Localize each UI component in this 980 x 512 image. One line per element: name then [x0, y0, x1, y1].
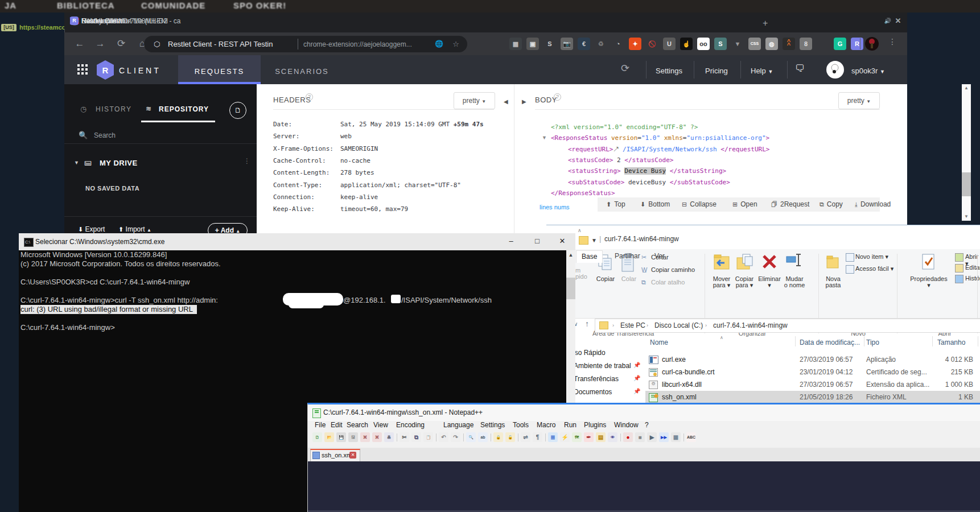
recycle-extension-icon[interactable]: ♻ [595, 38, 607, 50]
file-row-ssh-on-xml[interactable]: ssh_on.xml21/05/2019 18:26Ficheiro XML1 … [645, 391, 980, 403]
column-divider[interactable] [864, 336, 864, 346]
footer-copy-button[interactable]: ⧉Copy [820, 200, 843, 208]
cmd-title-bar[interactable]: C:\ Selecionar C:\Windows\system32\cmd.e… [19, 233, 575, 250]
oo-extension-icon[interactable]: oo [697, 38, 710, 50]
shield-ud-extension-icon[interactable]: U [663, 38, 676, 50]
menu-Plugins[interactable]: Plugins [584, 421, 606, 429]
ribbon-delete-button[interactable]: Eliminar▾ [757, 252, 782, 287]
column-divider[interactable] [978, 336, 978, 346]
reload-icon[interactable]: ⟳ [114, 37, 128, 51]
notepad-toolbar-icon-0[interactable]: 🗋 [312, 432, 322, 442]
restlet-extension-icon[interactable]: R [851, 38, 863, 50]
steam-menu-ja[interactable]: JA [5, 1, 17, 10]
apps-grid-icon[interactable] [77, 64, 88, 75]
notepad-toolbar-icon-16[interactable]: ab [478, 432, 488, 442]
footer-collapse-button[interactable]: ⊟Collapse [682, 200, 717, 208]
notepad-toolbar-icon-9[interactable]: ⧉ [411, 432, 421, 442]
steam-menu-comunidade[interactable]: COMUNIDADE [141, 1, 205, 10]
column-divider[interactable] [932, 336, 933, 346]
back-icon[interactable]: ← [73, 37, 87, 51]
tab-requests[interactable]: REQUESTS [178, 55, 261, 84]
notepad-toolbar-icon-18[interactable]: 🔒 [493, 432, 503, 442]
menu-Window[interactable]: Window [614, 421, 639, 429]
ribbon-copiar-caminho-button[interactable]: Copiar caminho [651, 266, 695, 273]
menu-Search[interactable]: Search [347, 421, 368, 429]
notepad-toolbar-icon-6[interactable]: 🖶 [384, 432, 394, 442]
export-button[interactable]: ⬇ Export [78, 225, 105, 233]
profile-avatar[interactable] [865, 37, 879, 51]
column-header-tamanho[interactable]: Tamanho [937, 338, 965, 346]
ribbon-collapse-icon[interactable]: ∧ [578, 228, 582, 233]
wand-extension-icon[interactable]: ✦ [629, 38, 641, 50]
notepad-toolbar-icon-31[interactable]: ● [623, 432, 633, 442]
lines-nums-link[interactable]: lines nums [540, 204, 570, 210]
tab-audio-icon[interactable]: 🔊 [884, 18, 891, 24]
menu-Tools[interactable]: Tools [513, 421, 529, 429]
breadcrumb-disco-local[interactable]: Disco Local (C:) [654, 321, 703, 329]
ribbon-acesso-f-cil--button[interactable]: Acesso fácil ▾ [855, 265, 893, 272]
notepad-toolbar-icon-28[interactable]: ▤ [596, 432, 606, 442]
sidebar-tab-repository[interactable]: REPOSITORY [159, 105, 209, 113]
sidebar-tab-history[interactable]: HISTORY [96, 105, 131, 113]
ribbon-nova-pasta-button[interactable]: Novapasta [822, 252, 845, 287]
notepad-toolbar-icon-33[interactable]: ▶ [647, 432, 657, 442]
column-header-tipo[interactable]: Tipo [866, 338, 879, 346]
address-box[interactable]: › Este PC › Disco Local (C:) › curl-7.64… [595, 319, 980, 333]
menu-View[interactable]: View [373, 421, 388, 429]
notepad-toolbar-icon-26[interactable]: 🗺 [572, 432, 582, 442]
drive-menu-icon[interactable]: ⋮ [244, 157, 250, 165]
settings-link[interactable]: Settings [656, 67, 682, 75]
quick-access-dropdown-icon[interactable]: ▼ [591, 237, 597, 243]
footer-open-button[interactable]: ⊞Open [732, 200, 757, 208]
notepad-toolbar-icon-13[interactable]: ↷ [451, 432, 460, 442]
camera-extension-icon[interactable]: 📷 [561, 38, 573, 50]
notepad-toolbar-icon-29[interactable]: 👁 [608, 432, 617, 442]
ribbon-tab-partilhar[interactable]: Partilhar [610, 250, 645, 262]
file-row-libcurl-x64-dll[interactable]: ⚙libcurl-x64.dll27/03/2019 06:57Extensão… [645, 378, 980, 391]
search-input[interactable]: Search [94, 131, 116, 139]
breadcrumb-current-folder[interactable]: curl-7.64.1-win64-mingw [713, 321, 788, 329]
notepad-toolbar-icon-10[interactable]: 📋 [423, 432, 433, 442]
workspaces-extension-icon[interactable]: ▦ [509, 38, 522, 50]
username[interactable]: sp0ok3r ▼ [851, 67, 885, 75]
hand-extension-icon[interactable]: ☝ [680, 38, 693, 50]
notepad-editor[interactable]: 1<?xml version="1.0" encoding="UTF-8"?>2… [308, 461, 980, 512]
notepad-toolbar-icon-2[interactable]: 💾 [336, 432, 346, 442]
up-icon[interactable]: ↑ [585, 319, 589, 328]
notepad-toolbar-icon-21[interactable]: ⇌ [521, 432, 530, 442]
ribbon-tab-base[interactable]: Base [576, 250, 603, 263]
notepad-toolbar-icon-27[interactable]: ✒ [584, 432, 594, 442]
grammarly-extension-icon[interactable]: G [834, 38, 846, 50]
footer-bottom-button[interactable]: ⬇Bottom [640, 200, 670, 208]
tab-close-icon[interactable]: ✕ [349, 452, 356, 459]
block-extension-icon[interactable]: 🚫 [646, 38, 658, 50]
nav-item-transfer-ncias[interactable]: Transferências [574, 375, 635, 383]
nav-item-ambiente-de-trabal[interactable]: Ambiente de trabal [574, 362, 635, 370]
ribbon-hist-rico-button[interactable]: Histórico [965, 275, 980, 282]
body-help-icon[interactable]: ? [554, 93, 561, 101]
file-row-curl-exe[interactable]: curl.exe27/03/2019 06:57Aplicação4 012 K… [645, 353, 980, 366]
sync-icon[interactable]: ⟳ [621, 62, 636, 77]
ribbon-rename-button[interactable]: Mudaro nome [782, 252, 807, 287]
headers-help-icon[interactable]: ? [306, 93, 313, 101]
screen-extension-icon[interactable]: ▣ [526, 38, 539, 50]
bookmark-star-icon[interactable]: ☆ [452, 40, 459, 48]
notepad-toolbar-icon-22[interactable]: ¶ [533, 432, 542, 442]
notepad-toolbar-icon-32[interactable]: ■ [635, 432, 645, 442]
ribbon-colar-atalho-button[interactable]: Colar atalho [651, 279, 685, 286]
notepad-toolbar-icon-24[interactable]: ≣ [548, 432, 558, 442]
footer-download-button[interactable]: ⤓Download [855, 200, 891, 208]
tab-close-icon[interactable]: ✕ [893, 16, 903, 26]
footer-top-button[interactable]: ⬆Top [606, 200, 625, 208]
column-header-nome[interactable]: Nome [650, 338, 668, 346]
euro-extension-icon[interactable]: € [578, 38, 590, 50]
menu-Run[interactable]: Run [564, 421, 577, 429]
tab-scenarios[interactable]: SCENARIOS [261, 55, 343, 84]
s-letter-extension-icon[interactable]: S [543, 38, 556, 50]
user-avatar[interactable] [826, 61, 844, 79]
new-tab-button[interactable]: + [763, 18, 768, 28]
ribbon-novo-item--button[interactable]: Novo item ▾ [855, 253, 888, 261]
menu-Edit[interactable]: Edit [331, 421, 343, 429]
xml-collapse-arrow[interactable]: ▼ [542, 135, 547, 141]
chevrons-extension-icon[interactable]: ^^ [783, 38, 795, 50]
